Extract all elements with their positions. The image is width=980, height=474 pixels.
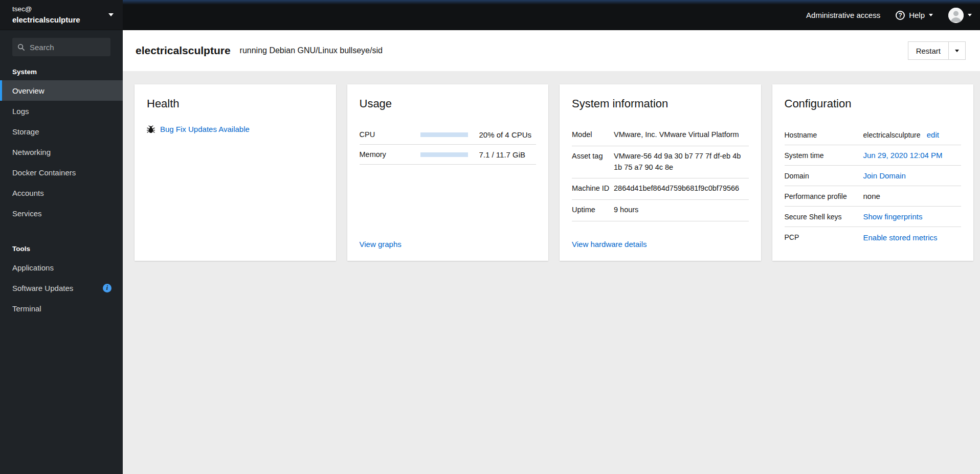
uptime-value: 9 hours — [614, 205, 749, 216]
sidebar-item-applications[interactable]: Applications — [0, 257, 123, 278]
secure-shell-keys-label: Secure Shell keys — [785, 213, 863, 221]
asset-tag-row: Asset tag VMware-56 4d 9a 30 b7 77 7f df… — [572, 146, 749, 179]
sidebar-search[interactable] — [12, 38, 110, 56]
sidebar-item-logs[interactable]: Logs — [0, 101, 123, 121]
hostname-row: Hostname electricalsculpture edit — [785, 125, 962, 145]
restart-dropdown-toggle[interactable] — [948, 42, 965, 59]
search-icon — [17, 43, 25, 51]
sidebar-item-services[interactable]: Services — [0, 203, 123, 223]
nav-section-system: System — [0, 59, 123, 80]
sidebar-item-docker-containers[interactable]: Docker Containers — [0, 162, 123, 183]
system-time-row: System time Jun 29, 2020 12:04 PM — [785, 145, 962, 166]
restart-split-button: Restart — [908, 41, 966, 60]
search-input[interactable] — [30, 43, 105, 52]
sidebar-nav: System Overview Logs Storage Networking … — [0, 59, 123, 319]
performance-profile-value: none — [863, 192, 962, 200]
page-header: electricalsculpture running Debian GNU/L… — [123, 30, 980, 71]
user-menu-button[interactable] — [948, 8, 972, 23]
chevron-down-icon — [955, 50, 959, 52]
masthead: Administrative access ? Help — [123, 0, 980, 30]
nav-item-label: Storage — [12, 127, 39, 136]
nav-item-label: Services — [12, 209, 42, 218]
nav-item-label: Applications — [12, 263, 54, 272]
performance-profile-row: Performance profile none — [785, 186, 962, 207]
machine-id-row: Machine ID 2864d41bef864d759b681f9c0bf79… — [572, 178, 749, 200]
pcp-label: PCP — [785, 233, 863, 241]
secure-shell-keys-row: Secure Shell keys Show fingerprints — [785, 207, 962, 227]
system-information-card: System information Model VMware, Inc. VM… — [560, 84, 761, 261]
enable-stored-metrics-link[interactable]: Enable stored metrics — [863, 233, 938, 242]
info-badge-icon: i — [103, 284, 112, 292]
asset-tag-label: Asset tag — [572, 151, 614, 162]
bug-icon — [147, 125, 155, 133]
hostname-edit-link[interactable]: edit — [927, 130, 939, 139]
nav-section-tools: Tools — [0, 223, 123, 257]
sidebar-item-networking[interactable]: Networking — [0, 142, 123, 162]
memory-label: Memory — [360, 150, 420, 159]
health-item: Bug Fix Updates Available — [147, 125, 324, 133]
sidebar-item-storage[interactable]: Storage — [0, 121, 123, 142]
nav-item-label: Software Updates — [12, 284, 73, 292]
current-host: electricalsculpture — [12, 14, 102, 26]
health-card-title: Health — [147, 97, 324, 110]
sidebar-item-software-updates[interactable]: Software Updates i — [0, 278, 123, 298]
sidebar-item-terminal[interactable]: Terminal — [0, 298, 123, 319]
nav-item-label: Terminal — [12, 304, 41, 313]
cpu-label: CPU — [360, 130, 420, 139]
logged-in-user: tsec@ — [12, 4, 102, 14]
uptime-row: Uptime 9 hours — [572, 200, 749, 221]
cpu-progress-bar — [420, 132, 468, 137]
usage-card: Usage CPU 20% of 4 CPUs Memory 7.1 / — [347, 84, 549, 261]
sidebar: tsec@ electricalsculpture System Overvie… — [0, 0, 123, 474]
page-title-hostname: electricalsculpture — [136, 44, 231, 57]
app-window: tsec@ electricalsculpture System Overvie… — [0, 0, 980, 474]
domain-row: Domain Join Domain — [785, 166, 962, 186]
memory-usage-value: 7.1 / 11.7 GiB — [479, 150, 526, 159]
chevron-down-icon — [968, 14, 972, 16]
os-description: running Debian GNU/Linux bullseye/sid — [240, 46, 383, 55]
chevron-down-icon — [108, 13, 114, 16]
chevron-down-icon — [929, 14, 933, 16]
model-row: Model VMware, Inc. VMware Virtual Platfo… — [572, 125, 749, 146]
system-time-link[interactable]: Jun 29, 2020 12:04 PM — [863, 151, 943, 160]
join-domain-link[interactable]: Join Domain — [863, 171, 906, 180]
cpu-usage-row: CPU 20% of 4 CPUs — [360, 125, 537, 145]
cpu-usage-value: 20% of 4 CPUs — [479, 130, 532, 139]
view-graphs-link[interactable]: View graphs — [360, 240, 537, 249]
overview-content: Health Bug Fix Updates Available — [123, 71, 980, 474]
configuration-card-title: Configuration — [785, 97, 962, 110]
host-switcher[interactable]: tsec@ electricalsculpture — [0, 0, 123, 30]
hostname-label: Hostname — [785, 131, 863, 139]
question-circle-icon: ? — [896, 11, 905, 20]
model-value: VMware, Inc. VMware Virtual Platform — [614, 129, 749, 141]
model-label: Model — [572, 129, 614, 141]
usage-card-title: Usage — [360, 97, 537, 110]
show-fingerprints-link[interactable]: Show fingerprints — [863, 212, 923, 221]
sidebar-item-overview[interactable]: Overview — [0, 80, 123, 101]
user-avatar-icon — [948, 8, 964, 23]
view-hardware-details-link[interactable]: View hardware details — [572, 240, 749, 249]
administrative-access-label: Administrative access — [806, 11, 880, 19]
asset-tag-value: VMware-56 4d 9a 30 b7 77 7f df-eb 4b 1b … — [614, 151, 749, 173]
system-time-label: System time — [785, 151, 863, 160]
nav-item-label: Overview — [12, 86, 44, 95]
health-card: Health Bug Fix Updates Available — [135, 84, 336, 261]
bug-fix-updates-link[interactable]: Bug Fix Updates Available — [160, 125, 250, 133]
nav-item-label: Networking — [12, 148, 51, 156]
memory-usage-row: Memory 7.1 / 11.7 GiB — [360, 145, 537, 165]
help-menu-button[interactable]: ? Help — [896, 11, 933, 20]
machine-id-label: Machine ID — [572, 183, 614, 194]
administrative-access-button[interactable]: Administrative access — [806, 11, 880, 19]
nav-item-label: Accounts — [12, 189, 44, 197]
configuration-card: Configuration Hostname electricalsculptu… — [772, 84, 974, 261]
machine-id-value: 2864d41bef864d759b681f9c0bf79566 — [614, 183, 749, 194]
performance-profile-label: Performance profile — [785, 192, 863, 200]
restart-button[interactable]: Restart — [908, 42, 948, 59]
nav-item-label: Logs — [12, 107, 29, 116]
memory-progress-bar — [420, 152, 468, 157]
system-information-card-title: System information — [572, 97, 749, 110]
nav-item-label: Docker Containers — [12, 168, 76, 177]
sidebar-item-accounts[interactable]: Accounts — [0, 183, 123, 203]
pcp-row: PCP Enable stored metrics — [785, 227, 962, 247]
main-area: Administrative access ? Help electr — [123, 0, 980, 474]
